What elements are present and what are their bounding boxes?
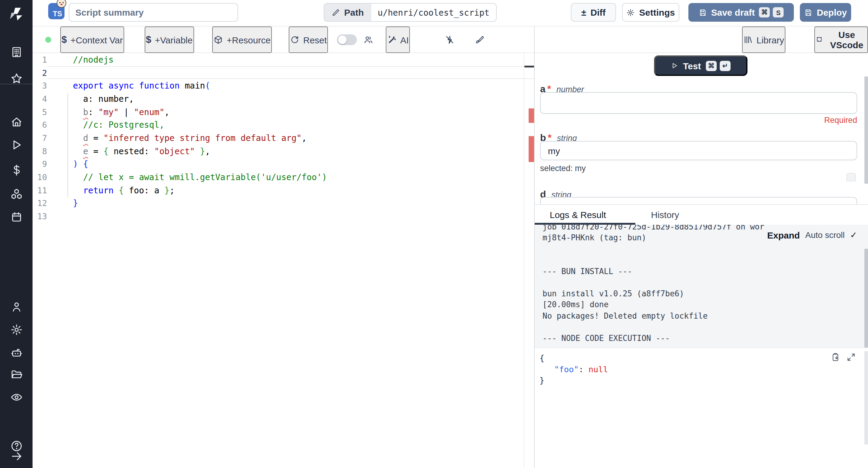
library-icon — [743, 35, 753, 44]
code-text: d = "inferred type string from default a… — [47, 133, 307, 143]
output-panel: Logs & Result History job 018d7f20-27f0-… — [535, 204, 868, 468]
run-panel: Test ⌘↵ a*numberRequiredb*stringselected… — [535, 53, 868, 468]
result-scrollbar[interactable] — [864, 351, 868, 444]
diff-button[interactable]: ± Diff — [571, 3, 616, 22]
json-key: "foo" — [554, 364, 579, 374]
ai-label: AI — [400, 35, 409, 45]
line-number: 6 — [33, 120, 47, 130]
collaborators-button[interactable] — [364, 27, 373, 53]
sidebar-item-building-icon[interactable] — [10, 45, 23, 59]
line-number: 12 — [33, 198, 47, 208]
magic-wand-icon — [387, 35, 397, 44]
library-button[interactable]: Library — [742, 27, 785, 53]
json-separator: : — [579, 364, 589, 374]
use-vscode-button[interactable]: Use VScode — [814, 27, 868, 53]
add-variable-button[interactable]: $ +Variable — [145, 27, 194, 53]
keyboard-shortcut-badge: ⌘ — [759, 7, 770, 18]
path-group[interactable]: Path u/henri/coolest_script — [324, 3, 497, 22]
line-number: 1 — [33, 55, 47, 64]
disable-autorun-button[interactable] — [445, 27, 455, 53]
code-line[interactable]: 12} — [33, 197, 534, 210]
sidebar-item-home-icon[interactable] — [10, 115, 23, 128]
json-value: null — [589, 364, 608, 374]
form-scrollbar[interactable] — [864, 76, 868, 184]
package-icon — [213, 35, 223, 44]
script-summary-input[interactable] — [69, 3, 238, 22]
overview-ruler — [524, 53, 534, 468]
sidebar-item-gear-icon[interactable] — [10, 323, 23, 336]
sidebar-item-star-icon[interactable] — [10, 72, 23, 85]
field-input-b[interactable] — [540, 141, 857, 160]
settings-button[interactable]: Settings — [622, 3, 679, 22]
tab-logs-result[interactable]: Logs & Result — [550, 204, 606, 224]
format-code-button[interactable] — [475, 27, 485, 53]
code-line[interactable]: 4 a: number, — [33, 92, 534, 105]
code-line[interactable]: 5 b: "my" | "enum", — [33, 105, 534, 119]
line-number: 11 — [33, 185, 47, 195]
code-line[interactable]: 2 — [33, 66, 534, 79]
output-tabs: Logs & Result History — [535, 204, 868, 224]
add-resource-label: +Resource — [227, 35, 271, 45]
add-resource-button[interactable]: +Resource — [212, 27, 272, 53]
sidebar-item-cubes-icon[interactable] — [10, 187, 23, 201]
code-line[interactable]: 6 //c: Postgresql, — [33, 119, 534, 131]
code-line[interactable]: 9) { — [33, 158, 534, 170]
copy-to-clipboard-icon[interactable] — [831, 353, 840, 362]
sidebar-item-eye-icon[interactable] — [10, 390, 23, 404]
code-line[interactable]: 10 // let x = await wmill.getVariable('u… — [33, 170, 534, 183]
field-input-d[interactable] — [540, 197, 857, 204]
diff-mode-toggle[interactable] — [337, 34, 357, 45]
test-shortcut: ⌘↵ — [706, 61, 731, 71]
code-line[interactable]: 13 — [33, 210, 534, 223]
code-line[interactable]: 1//nodejs — [33, 53, 534, 66]
status-dot — [45, 37, 51, 43]
line-number: 8 — [33, 146, 47, 156]
test-button[interactable]: Test ⌘↵ — [654, 56, 747, 76]
keyboard-shortcut-badge: ⌘ — [706, 61, 717, 71]
sidebar-item-robot-icon[interactable] — [10, 346, 23, 359]
expand-logs-button[interactable]: Expand — [767, 230, 800, 240]
test-label: Test — [683, 61, 701, 71]
line-number: 5 — [33, 107, 47, 116]
scroll-position-marker[interactable] — [524, 65, 535, 67]
line-number: 2 — [33, 68, 47, 77]
error-marker — [529, 136, 534, 162]
path-value[interactable]: u/henri/coolest_script — [371, 4, 496, 21]
reset-label: Reset — [303, 35, 327, 45]
sidebar-item-play-icon[interactable] — [10, 138, 23, 151]
sidebar-item-arrow-right-icon[interactable] — [10, 449, 23, 463]
reset-button[interactable]: Reset — [289, 27, 328, 53]
field-input-a[interactable] — [540, 92, 857, 113]
code-line[interactable]: 3export async function main( — [33, 79, 534, 92]
ai-assistant-button[interactable]: AI — [386, 27, 410, 53]
add-context-var-button[interactable]: $ +Context Var — [60, 27, 124, 53]
add-context-var-label: +Context Var — [70, 35, 123, 45]
windmill-script-editor: TS Path u/henri/coolest_script ± Diff Se… — [0, 0, 868, 468]
workspace-logo-icon[interactable] — [7, 6, 25, 24]
users-icon — [364, 35, 373, 44]
expand-result-icon[interactable] — [846, 353, 856, 362]
deploy-label: Deploy — [817, 7, 847, 18]
code-line[interactable]: 7 d = "inferred type string from default… — [33, 131, 534, 144]
sidebar-item-calendar-icon[interactable] — [10, 210, 23, 224]
code-editor[interactable]: 1//nodejs23export async function main(4 … — [33, 53, 534, 468]
line-number: 10 — [33, 172, 47, 182]
code-line[interactable]: 8 e = { nested: "object" }, — [33, 144, 534, 158]
save-icon — [698, 8, 707, 16]
pencil-icon — [332, 8, 340, 16]
topbar: TS Path u/henri/coolest_script ± Diff Se… — [33, 0, 868, 27]
tab-history[interactable]: History — [651, 204, 679, 224]
play-icon — [671, 62, 678, 69]
deploy-button[interactable]: Deploy — [800, 3, 851, 22]
autoscroll-label[interactable]: Auto scroll — [805, 230, 845, 240]
sidebar-item-dollar-icon[interactable] — [10, 163, 23, 176]
check-icon[interactable]: ✓ — [850, 230, 857, 240]
logs-scrollbar[interactable] — [864, 248, 868, 347]
sidebar-item-user-icon[interactable] — [10, 300, 23, 313]
sidebar-item-folder-icon[interactable] — [10, 367, 23, 381]
save-draft-button[interactable]: Save draft ⌘S — [688, 3, 794, 22]
code-line[interactable]: 11 return { foo: a }; — [33, 184, 534, 197]
input-add-button[interactable] — [846, 173, 856, 181]
save-icon — [804, 8, 812, 16]
code-text: //c: Postgresql, — [47, 120, 164, 130]
